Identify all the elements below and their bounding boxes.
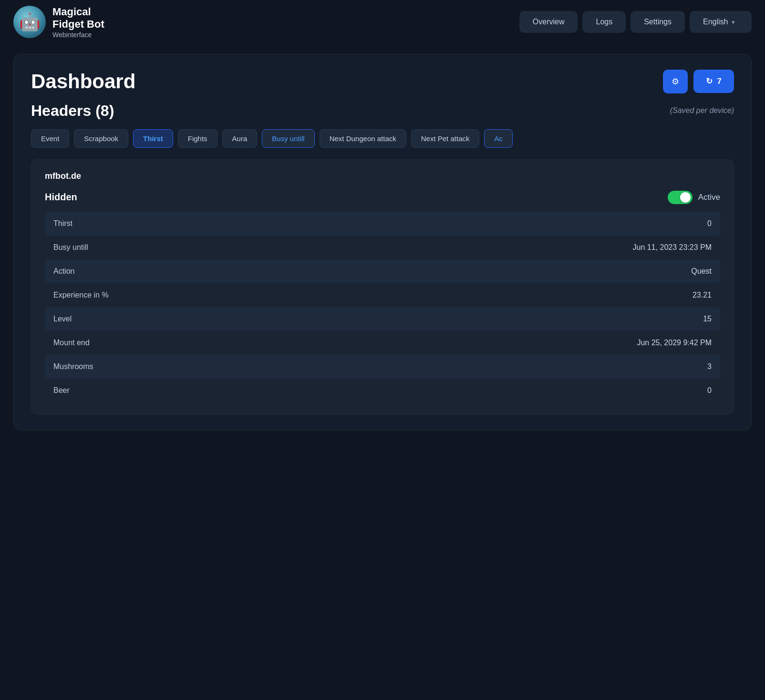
data-row-thirst: Thirst 0 bbox=[45, 212, 720, 236]
active-row: Active bbox=[668, 191, 720, 204]
settings-button[interactable]: Settings bbox=[631, 11, 685, 33]
data-label-thirst: Thirst bbox=[53, 219, 72, 228]
nav-buttons: Overview Logs Settings English ▾ bbox=[519, 11, 752, 33]
data-label-beer: Beer bbox=[53, 386, 70, 395]
data-label-mushrooms: Mushrooms bbox=[53, 362, 93, 371]
data-row-mount-end: Mount end Jun 25, 2029 9:42 PM bbox=[45, 331, 720, 355]
tab-aura[interactable]: Aura bbox=[222, 129, 258, 148]
data-row-action: Action Quest bbox=[45, 259, 720, 283]
logs-button[interactable]: Logs bbox=[582, 11, 626, 33]
navbar: 🤖 MagicalFidget Bot Webinterface Overvie… bbox=[0, 0, 765, 44]
device-card: mfbot.de Hidden Active Thirst 0 Busy unt… bbox=[31, 159, 734, 414]
language-button[interactable]: English ▾ bbox=[690, 11, 752, 33]
active-label: Active bbox=[698, 193, 720, 202]
data-label-mount-end: Mount end bbox=[53, 339, 90, 347]
toggle-knob bbox=[680, 192, 691, 203]
header-actions: ⚙ ↻ 7 bbox=[663, 70, 734, 93]
brand-text: MagicalFidget Bot Webinterface bbox=[52, 6, 104, 39]
refresh-icon: ↻ bbox=[706, 76, 713, 86]
data-row-mushrooms: Mushrooms 3 bbox=[45, 355, 720, 379]
dashboard-header: Dashboard ⚙ ↻ 7 bbox=[31, 70, 734, 93]
data-label-busy-untill: Busy untill bbox=[53, 243, 88, 252]
data-label-action: Action bbox=[53, 267, 74, 276]
data-value-busy-untill: Jun 11, 2023 23:23 PM bbox=[633, 243, 712, 252]
gear-icon: ⚙ bbox=[672, 76, 679, 87]
tab-busy-untill[interactable]: Busy untill bbox=[262, 129, 314, 148]
data-value-mushrooms: 3 bbox=[707, 362, 712, 371]
main-container: Dashboard ⚙ ↻ 7 Headers (8) (Saved per d… bbox=[13, 54, 752, 430]
brand-title: MagicalFidget Bot bbox=[52, 6, 104, 31]
data-row-experience: Experience in % 23.21 bbox=[45, 283, 720, 307]
data-value-level: 15 bbox=[703, 315, 712, 323]
language-label: English bbox=[703, 18, 728, 26]
tab-next-pet-attack[interactable]: Next Pet attack bbox=[411, 129, 480, 148]
tab-fights[interactable]: Fights bbox=[178, 129, 217, 148]
data-value-experience: 23.21 bbox=[693, 291, 712, 299]
tabs-row: Event Scrapbook Thirst Fights Aura Busy … bbox=[31, 129, 734, 148]
data-row-busy-untill: Busy untill Jun 11, 2023 23:23 PM bbox=[45, 236, 720, 259]
brand-subtitle: Webinterface bbox=[52, 31, 104, 39]
avatar: 🤖 bbox=[13, 6, 46, 38]
dashboard-title: Dashboard bbox=[31, 70, 135, 93]
data-value-beer: 0 bbox=[707, 386, 712, 395]
tab-ac[interactable]: Ac bbox=[484, 129, 513, 148]
headers-section-title: Headers (8) bbox=[31, 102, 114, 120]
data-value-mount-end: Jun 25, 2029 9:42 PM bbox=[637, 339, 712, 347]
overview-button[interactable]: Overview bbox=[519, 11, 578, 33]
hidden-row: Hidden Active bbox=[45, 191, 720, 204]
tab-event[interactable]: Event bbox=[31, 129, 69, 148]
active-toggle[interactable] bbox=[668, 191, 693, 204]
data-label-experience: Experience in % bbox=[53, 291, 109, 299]
data-row-beer: Beer 0 bbox=[45, 379, 720, 402]
data-row-level: Level 15 bbox=[45, 307, 720, 331]
gear-button[interactable]: ⚙ bbox=[663, 70, 688, 93]
brand: 🤖 MagicalFidget Bot Webinterface bbox=[13, 6, 104, 39]
data-label-level: Level bbox=[53, 315, 72, 323]
chevron-down-icon: ▾ bbox=[732, 19, 735, 26]
data-rows-container: Thirst 0 Busy untill Jun 11, 2023 23:23 … bbox=[45, 212, 720, 402]
refresh-count: 7 bbox=[717, 77, 722, 86]
headers-section-title-row: Headers (8) (Saved per device) bbox=[31, 102, 734, 120]
hidden-label: Hidden bbox=[45, 192, 77, 203]
device-name: mfbot.de bbox=[45, 171, 720, 181]
data-value-action: Quest bbox=[691, 267, 712, 276]
tab-next-dungeon-attack[interactable]: Next Dungeon attack bbox=[320, 129, 406, 148]
refresh-button[interactable]: ↻ 7 bbox=[693, 70, 734, 93]
tab-thirst[interactable]: Thirst bbox=[133, 129, 173, 148]
section-meta: (Saved per device) bbox=[670, 106, 734, 115]
tab-scrapbook[interactable]: Scrapbook bbox=[74, 129, 128, 148]
data-value-thirst: 0 bbox=[707, 219, 712, 228]
